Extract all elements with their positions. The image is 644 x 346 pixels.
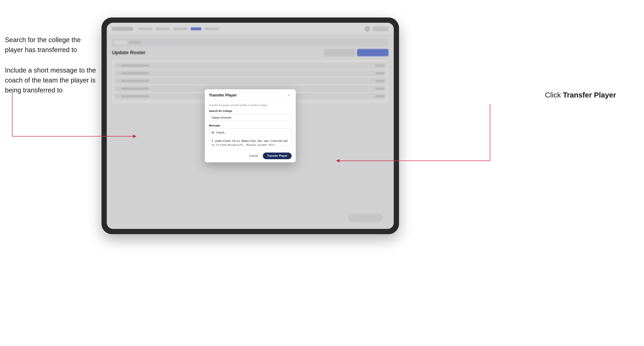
- annotation-text-message: Include a short message to the coach of …: [5, 65, 96, 95]
- modal-overlay: Transfer Player × Transfer the player an…: [107, 23, 394, 229]
- tablet-device: Update Roster: [102, 17, 399, 234]
- modal-header: Transfer Player ×: [205, 89, 296, 101]
- annotation-right: Click Transfer Player: [545, 91, 616, 99]
- modal-title: Transfer Player: [209, 93, 237, 98]
- tablet-screen: Update Roster: [107, 23, 394, 229]
- transfer-player-button[interactable]: Transfer Player: [263, 153, 292, 159]
- modal-subtitle: Transfer the player and their profile to…: [209, 104, 292, 107]
- message-textarea[interactable]: [209, 128, 292, 146]
- college-input[interactable]: [209, 114, 292, 121]
- annotation-left-top: Search for the college the player has tr…: [5, 35, 96, 95]
- annotation-text-search: Search for the college the player has tr…: [5, 35, 96, 55]
- transfer-player-modal: Transfer Player × Transfer the player an…: [205, 89, 296, 162]
- modal-footer: Cancel Transfer Player: [205, 150, 296, 162]
- modal-body: Transfer the player and their profile to…: [205, 101, 296, 150]
- cancel-button[interactable]: Cancel: [246, 153, 261, 159]
- modal-close-button[interactable]: ×: [287, 93, 292, 98]
- message-label: Message: [209, 124, 292, 127]
- college-label: Search for College: [209, 109, 292, 112]
